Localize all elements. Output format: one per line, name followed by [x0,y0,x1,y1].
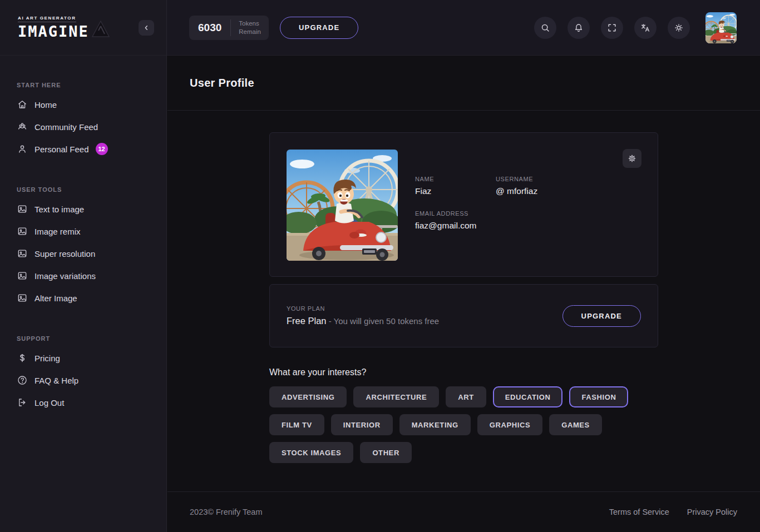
topbar: 6030 Tokens Remain UPGRADE [167,0,760,56]
interest-chip-marketing[interactable]: MARKETING [399,414,471,435]
profile-username-field: USERNAME @ mforfiaz [496,176,537,196]
sidebar-item-personal-feed[interactable]: Personal Feed12 [17,138,150,160]
page-title-band: User Profile [167,56,760,111]
footer-link-terms[interactable]: Terms of Service [609,508,669,516]
image-icon [17,248,28,259]
interest-chip-architecture[interactable]: ARCHITECTURE [353,386,439,407]
chevron-left-icon [142,23,151,32]
sidebar-item-image-remix[interactable]: Image remix [17,220,150,242]
plan-card: YOUR PLAN Free Plan - You will given 50 … [269,284,658,347]
plan-info: YOUR PLAN Free Plan - You will given 50 … [287,305,439,326]
footer-link-privacy[interactable]: Privacy Policy [687,508,737,516]
tokens-counter: 6030 Tokens Remain [189,16,269,40]
sidebar-item-label: Personal Feed [34,145,89,154]
profile-name-field: NAME Fiaz [415,176,496,196]
sidebar: AI ART GENERATOR IMAGINE START HEREHomeC… [0,0,167,532]
sidebar-item-label: FAQ & Help [34,376,78,385]
sidebar-nav: START HEREHomeCommunity FeedPersonal Fee… [0,82,166,414]
interest-chip-graphics[interactable]: GRAPHICS [477,414,542,435]
sidebar-item-label: Log Out [34,398,64,407]
logo-text: AI ART GENERATOR IMAGINE [18,16,89,40]
sidebar-section-label-user-tools: USER TOOLS [17,186,150,193]
tokens-label: Tokens Remain [231,16,269,40]
dollar-icon [17,352,28,364]
profile-fields: NAME Fiaz USERNAME @ mforfiaz EMAIL ADDR… [415,150,537,260]
image-icon [17,292,28,304]
main-content: User Profile NAME Fiaz USERNAME @ mforfi… [167,56,760,532]
plan-name: Free Plan [287,316,327,326]
username-label: USERNAME [496,176,537,182]
sidebar-item-home[interactable]: Home [17,93,150,116]
interest-chip-film-tv[interactable]: FILM TV [269,414,324,435]
upgrade-button[interactable]: UPGRADE [280,17,358,39]
plan-label: YOUR PLAN [287,305,439,312]
sidebar-item-alter-image[interactable]: Alter Image [17,287,150,309]
email-value: fiaz@gmail.com [415,221,537,231]
home-icon [17,99,28,110]
username-value: @ mforfiaz [496,186,537,196]
sidebar-item-label: Image variations [34,271,96,281]
interests-section: What are your interests? ADVERTISINGARCH… [269,367,658,463]
sidebar-item-label: Community Feed [34,122,98,132]
sidebar-item-super-resolution[interactable]: Super resolution [17,242,150,265]
interest-chip-fashion[interactable]: FASHION [569,386,628,407]
person-icon [17,143,28,155]
search-button[interactable] [534,17,556,39]
brightness-icon [673,22,684,33]
plan-upgrade-button[interactable]: UPGRADE [562,305,641,327]
interest-chip-advertising[interactable]: ADVERTISING [269,386,347,407]
fullscreen-icon [606,22,618,33]
plan-description: - You will given 50 tokens free [327,316,440,326]
interest-chips: ADVERTISINGARCHITECTUREARTEDUCATIONFASHI… [269,386,658,463]
chip-row: STOCK IMAGESOTHER [269,442,658,463]
brand-triangle-icon [91,19,110,41]
profile-image [287,150,398,261]
tokens-value: 6030 [189,16,230,40]
sidebar-item-label: Home [34,100,57,110]
sidebar-item-label: Image remix [34,227,81,236]
interest-chip-education[interactable]: EDUCATION [493,386,563,407]
footer-copyright: 2023© Frenify Team [190,508,263,516]
interests-question: What are your interests? [269,367,658,377]
interest-chip-stock-images[interactable]: STOCK IMAGES [269,442,353,463]
translate-button[interactable] [634,17,657,39]
interest-chip-interior[interactable]: INTERIOR [331,414,393,435]
interest-chip-other[interactable]: OTHER [360,442,412,463]
user-avatar[interactable] [705,12,737,43]
profile-settings-button[interactable] [623,149,641,168]
footer: 2023© Frenify Team Terms of Service Priv… [167,491,760,532]
translate-icon [640,22,651,33]
interest-chip-games[interactable]: GAMES [549,414,602,435]
email-label: EMAIL ADDRESS [415,210,537,217]
question-icon [17,375,28,386]
topbar-icon-buttons [534,17,690,39]
image-icon [17,270,28,281]
sidebar-item-faq-help[interactable]: FAQ & Help [17,369,150,391]
sidebar-item-label: Super resolution [34,249,95,258]
sidebar-section-label-start-here: START HERE [17,82,150,88]
name-value: Fiaz [415,186,496,196]
sidebar-collapse-button[interactable] [139,20,154,36]
sidebar-item-label: Alter Image [34,294,77,303]
footer-links: Terms of Service Privacy Policy [609,508,737,516]
brightness-button[interactable] [668,17,690,39]
image-icon [17,203,28,215]
topbar-actions [534,12,737,43]
chip-row: FILM TVINTERIORMARKETINGGRAPHICSGAMES [269,414,658,435]
name-label: NAME [415,176,496,182]
sidebar-item-log-out[interactable]: Log Out [17,391,150,414]
page-title: User Profile [190,77,254,90]
brand-name: IMAGINE [18,23,89,40]
fullscreen-button[interactable] [601,17,623,39]
notifications-button[interactable] [567,17,590,39]
sidebar-item-pricing[interactable]: Pricing [17,347,150,369]
sidebar-item-text-to-image[interactable]: Text to image [17,198,150,220]
bell-icon [573,22,584,33]
community-icon [17,121,28,132]
sidebar-item-community-feed[interactable]: Community Feed [17,116,150,138]
sidebar-item-image-variations[interactable]: Image variations [17,265,150,287]
gear-icon [627,153,637,163]
interest-chip-art[interactable]: ART [446,386,486,407]
profile-email-field: EMAIL ADDRESS fiaz@gmail.com [415,210,537,231]
sidebar-item-label: Pricing [34,354,60,363]
